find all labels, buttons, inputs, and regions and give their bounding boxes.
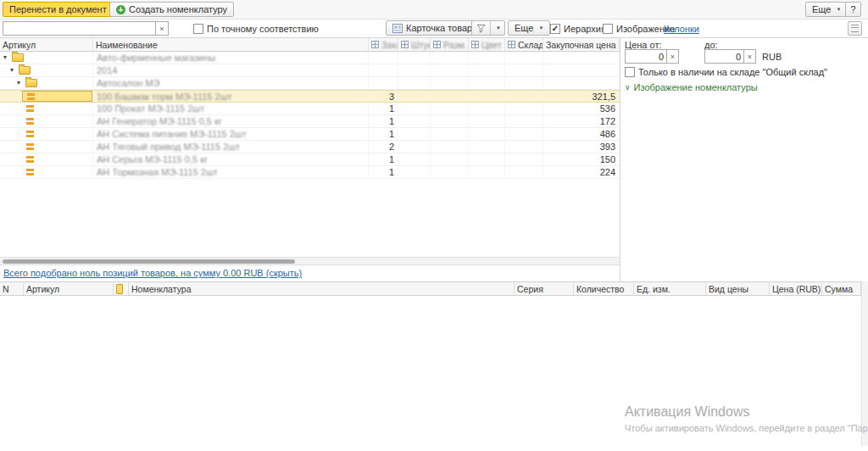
price-from-input[interactable] [625,49,667,64]
name-text: АН Тяговый привод МЭ-1115 2шт [97,142,240,152]
cell [543,52,620,64]
more-label: Еще [812,4,831,14]
tree-group-row[interactable]: ▾2014 [0,64,620,77]
tree-expander-icon[interactable]: ▾ [17,80,25,86]
search-input[interactable] [3,21,156,36]
column-label: Разм. [443,40,466,50]
purchase-price-cell: 172 [543,115,620,127]
column-header-name[interactable]: Наименование [93,38,369,51]
filter-funnel-button[interactable] [472,21,490,35]
panel-menu-button[interactable] [848,21,862,36]
bottom-column-header-6[interactable]: Ед. изм. [634,282,706,295]
tree-item-row[interactable]: АН Система питания МЭ-1115 2шт1486 [0,128,620,141]
cell [543,77,620,89]
column-label: Штук [411,40,431,50]
product-card-icon [392,24,403,33]
bottom-column-header-9[interactable]: Сумма [822,282,861,295]
hierarchy-checkbox[interactable]: Иерархия [550,24,606,34]
price-from-clear-button[interactable]: × [667,49,679,64]
price-to-input[interactable] [704,49,744,64]
horizontal-scrollbar[interactable] [0,257,620,264]
name-text: АН Серьга МЭ-1115 0,5 кг [97,154,208,164]
cell [469,115,505,127]
bottom-column-header-3[interactable]: Номенклатура [129,282,515,295]
column-header-c2[interactable]: Штук [398,38,431,51]
bottom-column-header-8[interactable]: Цена (RUB) [770,282,822,295]
tree-group-row[interactable]: ▾Автосалон МЭ [0,77,620,90]
column-label: Ед. изм. [637,284,670,294]
column-header-c3[interactable]: Разм. [431,38,469,51]
cell [469,128,505,140]
bottom-column-header-0[interactable]: N [0,282,24,295]
column-header-c1[interactable]: Заказ [369,38,398,51]
cell [505,52,543,64]
scrollbar-thumb[interactable] [3,259,295,264]
item-icon [26,143,34,150]
article-cell[interactable] [22,103,92,114]
tree-item-row[interactable]: АН Тяговый привод МЭ-1115 2шт2393 [0,141,620,153]
tree-cell: ▾ [0,64,93,76]
tree-cell [0,115,93,127]
create-nomenclature-button[interactable]: + Создать номенклатуру [109,2,234,17]
column-header-price[interactable]: Закупочная цена (RUB) [543,38,620,51]
quantity-cell: 1 [369,103,398,114]
cell [398,103,431,114]
column-header-c4[interactable]: Цвет [469,38,505,51]
tree-item-row[interactable]: 100 Башмак торм МЭ-1115 2шт3321,5 [0,90,620,103]
article-cell[interactable] [22,129,92,140]
cell [505,141,543,153]
cell [398,77,431,89]
tree-cell [0,141,93,153]
tree-expander-icon[interactable]: ▾ [10,67,18,74]
windows-activation-title: Активация Windows [625,404,749,420]
article-cell[interactable] [22,91,92,102]
bottom-column-header-5[interactable]: Количество [574,282,634,295]
article-cell[interactable] [22,142,92,153]
column-header-sklad[interactable]: Склад [505,38,543,51]
bottom-column-header-2[interactable] [114,282,129,295]
product-card-button[interactable]: Карточка товара [386,20,484,36]
name-text: Автосалон МЭ [97,78,159,88]
column-label: Серия [517,284,543,294]
article-cell[interactable] [22,116,92,127]
tree-expander-icon[interactable]: ▾ [3,54,11,61]
search-clear-button[interactable]: × [156,21,169,36]
cell [369,52,398,64]
item-icon [27,93,35,100]
cell [469,64,505,76]
cell [398,128,431,140]
tree-item-row[interactable]: АН Серьга МЭ-1115 0,5 кг1150 [0,153,620,166]
tree-item-row[interactable]: АН Генератор МЭ-1115 0,5 кг1172 [0,115,620,128]
columns-link[interactable]: Колонки [664,24,699,34]
bottom-column-header-1[interactable]: Артикул [24,282,114,295]
grid-icon [433,41,441,48]
tree-group-row[interactable]: ▾Авто-фирменные магазины [0,52,620,64]
summary-link[interactable]: Всего подобрано ноль позиций товаров, на… [3,268,302,278]
tree-item-row[interactable]: 100 Прокат МЭ-1115 2шт1536 [0,103,620,115]
article-cell[interactable] [22,167,92,178]
help-button[interactable]: ? [845,2,861,17]
name-cell: 100 Прокат МЭ-1115 2шт [93,103,369,114]
image-section-toggle[interactable]: ∨ Изображение номенклатуры [625,82,758,92]
in-stock-checkbox[interactable]: Только в наличии на складе "Общий склад" [625,67,827,77]
quantity-cell: 1 [369,128,398,140]
vertical-scrollbar[interactable] [861,281,868,446]
column-header-artikul[interactable]: Артикул [0,38,93,51]
checkbox-label: По точному соответствию [207,24,319,34]
purchase-price-cell: 486 [543,128,620,140]
tree-item-row[interactable]: АН Тормозная МЭ-1115 2шт1224 [0,166,620,179]
column-label: Сумма [825,284,853,294]
price-to-clear-button[interactable]: × [744,49,756,64]
exact-match-checkbox[interactable]: По точному соответствию [193,24,319,34]
article-cell[interactable] [22,154,92,165]
table-header-row: АртикулНаименованиеЗаказШтукРазм.ЦветСкл… [0,38,620,52]
bottom-column-header-4[interactable]: Серия [515,282,574,295]
cell [505,91,543,102]
more-button-top[interactable]: Еще▼ [805,2,848,17]
bottom-column-header-7[interactable]: Вид цены [706,282,770,295]
column-label: Наименование [96,40,158,50]
filter-dropdown-button[interactable]: ▼ [490,21,504,35]
nomenclature-table: АртикулНаименованиеЗаказШтукРазм.ЦветСкл… [0,38,620,257]
transfer-to-document-button[interactable]: Перенести в документ [3,2,114,17]
more-button-list[interactable]: Еще▼ [508,20,550,36]
